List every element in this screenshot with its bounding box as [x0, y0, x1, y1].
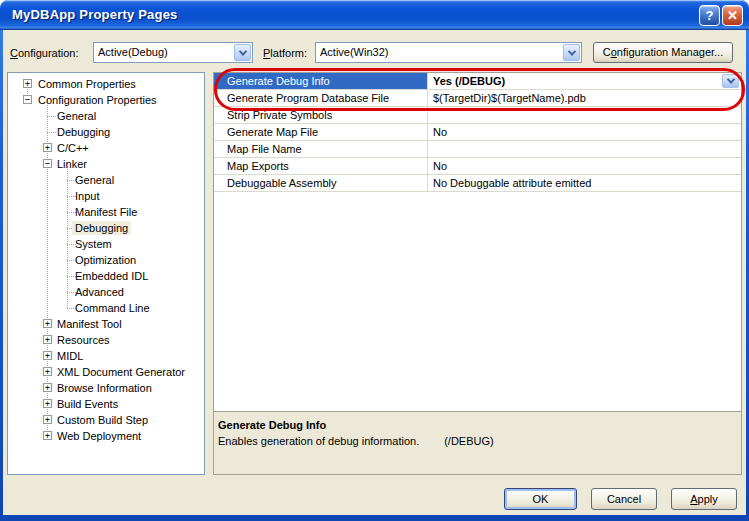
- tree-item-debugging[interactable]: Debugging: [8, 124, 204, 140]
- collapse-icon[interactable]: −: [43, 159, 52, 168]
- tree-item-label: Debugging: [72, 221, 131, 235]
- chevron-down-icon[interactable]: [563, 44, 580, 61]
- property-grid-panel: Generate Debug InfoYes (/DEBUG)Generate …: [213, 72, 742, 475]
- close-icon[interactable]: ✕: [722, 5, 743, 26]
- tree-item-label: Manifest Tool: [54, 317, 125, 331]
- tree-item-label: General: [72, 173, 117, 187]
- tree-item-build-events[interactable]: +Build Events: [8, 396, 204, 412]
- tree-item-c-c[interactable]: +C/C++: [8, 140, 204, 156]
- tree-item-optimization[interactable]: Optimization: [8, 252, 204, 268]
- category-tree[interactable]: +Common Properties−Configuration Propert…: [7, 72, 205, 475]
- property-row: Strip Private Symbols: [214, 107, 741, 124]
- description-text: Enables generation of debug information.…: [218, 435, 737, 447]
- property-row: Map ExportsNo: [214, 158, 741, 175]
- description-flag: (/DEBUG): [444, 435, 494, 447]
- tree-item-label: General: [54, 109, 99, 123]
- property-value[interactable]: [429, 141, 741, 157]
- property-value[interactable]: $(TargetDir)$(TargetName).pdb: [429, 90, 741, 106]
- property-row: Debuggable AssemblyNo Debuggable attribu…: [214, 175, 741, 192]
- property-label[interactable]: Generate Debug Info: [214, 73, 428, 89]
- tree-item-label: Manifest File: [72, 205, 140, 219]
- property-label[interactable]: Generate Map File: [214, 124, 428, 140]
- property-row: Generate Map FileNo: [214, 124, 741, 141]
- close-glyph: ✕: [727, 8, 738, 23]
- tree-item-label: Advanced: [72, 285, 127, 299]
- tree-item-web-deployment[interactable]: +Web Deployment: [8, 428, 204, 444]
- apply-button[interactable]: Apply: [671, 488, 737, 510]
- tree-item-label: Input: [72, 189, 102, 203]
- expand-icon[interactable]: +: [43, 431, 52, 440]
- tree-item-general[interactable]: General: [8, 172, 204, 188]
- tree-item-common-properties[interactable]: +Common Properties: [8, 76, 204, 92]
- ok-button[interactable]: OK: [504, 488, 577, 510]
- configuration-label: Configuration:: [10, 46, 79, 60]
- tree-item-advanced[interactable]: Advanced: [8, 284, 204, 300]
- property-value[interactable]: [429, 107, 741, 123]
- expand-icon[interactable]: +: [43, 351, 52, 360]
- property-description: Generate Debug Info Enables generation o…: [214, 411, 741, 474]
- platform-value: Active(Win32): [320, 46, 388, 58]
- expand-icon[interactable]: +: [43, 367, 52, 376]
- window-title: MyDBApp Property Pages: [12, 7, 178, 22]
- tree-item-label: XML Document Generator: [54, 365, 188, 379]
- tree-item-label: Embedded IDL: [72, 269, 151, 283]
- tree-item-resources[interactable]: +Resources: [8, 332, 204, 348]
- expand-icon[interactable]: +: [43, 399, 52, 408]
- chevron-down-icon[interactable]: [234, 44, 251, 61]
- tree-item-custom-build-step[interactable]: +Custom Build Step: [8, 412, 204, 428]
- tree-item-label: System: [72, 237, 115, 251]
- platform-select[interactable]: Active(Win32): [315, 42, 582, 63]
- titlebar[interactable]: MyDBApp Property Pages ? ✕: [0, 0, 749, 30]
- expand-icon[interactable]: +: [43, 143, 52, 152]
- tree-item-label: Configuration Properties: [35, 93, 160, 107]
- property-value[interactable]: No Debuggable attribute emitted: [429, 175, 741, 191]
- property-label[interactable]: Debuggable Assembly: [214, 175, 428, 191]
- property-value[interactable]: No: [429, 124, 741, 140]
- platform-label: Platform:: [263, 46, 307, 60]
- property-value[interactable]: No: [429, 158, 741, 174]
- property-label[interactable]: Strip Private Symbols: [214, 107, 428, 123]
- tree-item-label: Resources: [54, 333, 113, 347]
- property-label[interactable]: Map File Name: [214, 141, 428, 157]
- tree-item-debugging[interactable]: Debugging: [8, 220, 204, 236]
- property-value[interactable]: Yes (/DEBUG): [429, 73, 741, 89]
- tree-item-label: MIDL: [54, 349, 86, 363]
- tree-item-general[interactable]: General: [8, 108, 204, 124]
- expand-icon[interactable]: +: [43, 415, 52, 424]
- tree-item-label: Common Properties: [35, 77, 139, 91]
- configuration-select[interactable]: Active(Debug): [93, 42, 253, 63]
- property-row: Map File Name: [214, 141, 741, 158]
- tree-item-label: C/C++: [54, 141, 92, 155]
- expand-icon[interactable]: +: [43, 383, 52, 392]
- property-label[interactable]: Map Exports: [214, 158, 428, 174]
- tree-item-manifest-tool[interactable]: +Manifest Tool: [8, 316, 204, 332]
- configuration-value: Active(Debug): [98, 46, 168, 58]
- configuration-manager-button[interactable]: Configuration Manager...: [593, 42, 733, 63]
- tree-item-system[interactable]: System: [8, 236, 204, 252]
- tree-item-label: Optimization: [72, 253, 139, 267]
- tree-item-label: Custom Build Step: [54, 413, 151, 427]
- expand-icon[interactable]: +: [43, 335, 52, 344]
- chevron-down-icon[interactable]: [722, 74, 739, 88]
- tree-item-linker[interactable]: −Linker: [8, 156, 204, 172]
- tree-item-configuration-properties[interactable]: −Configuration Properties: [8, 92, 204, 108]
- tree-item-label: Debugging: [54, 125, 113, 139]
- expand-icon[interactable]: +: [43, 319, 52, 328]
- tree-item-command-line[interactable]: Command Line: [8, 300, 204, 316]
- tree-item-label: Web Deployment: [54, 429, 144, 443]
- property-pages-dialog: MyDBApp Property Pages ? ✕ Configuration…: [0, 0, 749, 521]
- tree-item-embedded-idl[interactable]: Embedded IDL: [8, 268, 204, 284]
- tree-item-label: Build Events: [54, 397, 121, 411]
- tree-item-label: Command Line: [72, 301, 153, 315]
- collapse-icon[interactable]: −: [23, 95, 32, 104]
- property-label[interactable]: Generate Program Database File: [214, 90, 428, 106]
- tree-item-browse-information[interactable]: +Browse Information: [8, 380, 204, 396]
- tree-item-manifest-file[interactable]: Manifest File: [8, 204, 204, 220]
- expand-icon[interactable]: +: [23, 79, 32, 88]
- description-title: Generate Debug Info: [218, 419, 737, 431]
- tree-item-xml-document-generator[interactable]: +XML Document Generator: [8, 364, 204, 380]
- tree-item-midl[interactable]: +MIDL: [8, 348, 204, 364]
- help-icon[interactable]: ?: [699, 5, 720, 26]
- tree-item-input[interactable]: Input: [8, 188, 204, 204]
- cancel-button[interactable]: Cancel: [591, 488, 657, 510]
